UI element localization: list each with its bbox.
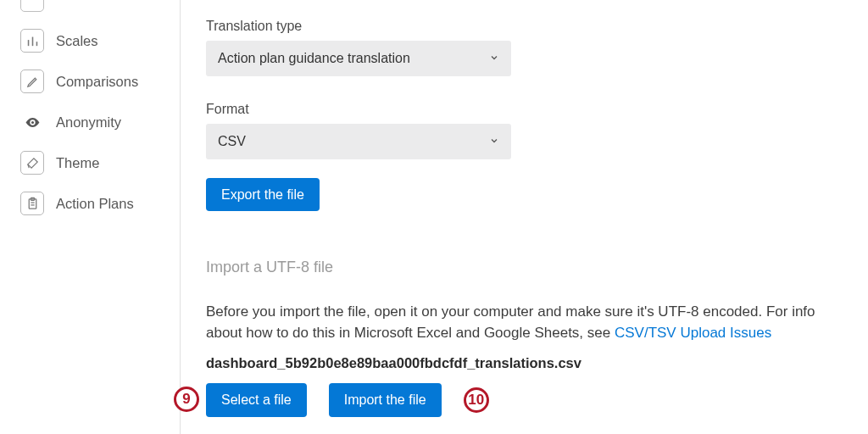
cropped-icon <box>20 0 44 12</box>
sidebar-item-label: Action Plans <box>56 196 134 212</box>
format-value: CSV <box>218 134 246 149</box>
sidebar-item-label: Anonymity <box>56 114 121 131</box>
format-select[interactable]: CSV <box>206 124 511 159</box>
sidebar-item-anonymity[interactable]: Anonymity <box>17 102 170 142</box>
clipboard-icon <box>20 192 44 215</box>
translation-type-value: Action plan guidance translation <box>218 51 410 66</box>
select-file-button[interactable]: Select a file <box>206 383 307 416</box>
import-file-button[interactable]: Import the file <box>329 383 442 416</box>
chevron-down-icon <box>489 134 499 149</box>
upload-issues-link[interactable]: CSV/TSV Upload Issues <box>615 325 771 341</box>
sidebar-item-theme[interactable]: Theme <box>17 142 170 183</box>
sidebar-item-label: Theme <box>56 155 99 171</box>
annotation-badge-9: 9 <box>174 387 199 412</box>
sidebar-item-label: Scales <box>56 33 98 49</box>
selected-filename: dashboard_5b92b0e8e89baa000fbdcfdf_trans… <box>206 355 848 371</box>
import-heading: Import a UTF-8 file <box>206 259 848 276</box>
sidebar-item-scales[interactable]: Scales <box>17 20 170 61</box>
import-description: Before you import the file, open it on y… <box>206 302 848 343</box>
sidebar-item-cropped[interactable] <box>17 0 170 20</box>
pencil-icon <box>20 70 44 93</box>
eye-icon <box>20 110 44 134</box>
annotation-badge-10: 10 <box>464 387 489 413</box>
sidebar-item-action-plans[interactable]: Action Plans <box>17 183 170 224</box>
sidebar-item-label: Comparisons <box>56 74 138 90</box>
main-content: Translation type Action plan guidance tr… <box>181 0 868 434</box>
chevron-down-icon <box>489 51 499 66</box>
sidebar-item-comparisons[interactable]: Comparisons <box>17 61 170 102</box>
paint-icon <box>20 151 44 175</box>
translation-type-select[interactable]: Action plan guidance translation <box>206 41 511 76</box>
sidebar: Scales Comparisons Anonymity <box>0 0 181 434</box>
translation-type-label: Translation type <box>206 19 848 34</box>
bar-chart-icon <box>20 29 44 53</box>
format-label: Format <box>206 102 848 117</box>
export-button[interactable]: Export the file <box>206 178 320 211</box>
